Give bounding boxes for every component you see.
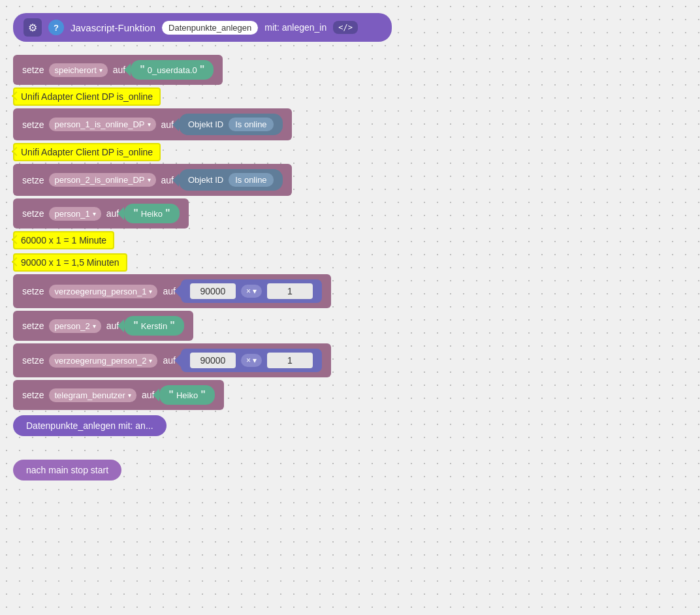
setze-label-2: setze [22,119,44,130]
var-badge-verz1[interactable]: verzoegerung_person_1 ▾ [49,285,157,298]
setze-block-person2-online: setze person_2_is_online_DP ▾ auf Objekt… [13,164,687,196]
setze-block-verz2: setze verzoegerung_person_2 ▾ auf 90000 … [13,343,687,377]
func-call-block[interactable]: Datenpunkte_anlegen mit: an... [13,415,167,436]
setze-label-1: setze [22,65,44,75]
var-badge-person2[interactable]: person_2 ▾ [49,319,101,333]
objekt-block-1[interactable]: Objekt ID Is online [179,114,283,135]
comment-block-3: 60000 x 1 = 1 Minute [13,231,114,249]
objekt-badge-2: Is online [229,173,273,187]
function-name-badge: Datenpunkte_anlegen [162,21,258,35]
gear-icon[interactable]: ⚙ [24,18,42,37]
math-block-2[interactable]: 90000 × ▾ 1 [181,349,322,372]
num-input-3[interactable]: 90000 [190,353,236,368]
num-input-2[interactable]: 1 [267,283,313,299]
setze-block-speicherort: setze speicherort ▾ auf " 0_userdata.0 " [13,55,687,85]
var-badge-verz2[interactable]: verzoegerung_person_2 ▾ [49,354,157,368]
header-prefix: Javascript-Funktion [71,22,155,33]
num-input-4[interactable]: 1 [267,353,313,368]
objekt-block-2[interactable]: Objekt ID Is online [179,169,283,191]
var-badge-telegram[interactable]: telegram_benutzer ▾ [49,388,136,402]
num-input-1[interactable]: 90000 [190,283,236,299]
value-block-kerstin[interactable]: " Kerstin " [124,316,184,336]
value-block-heiko2[interactable]: " Heiko " [159,385,214,405]
value-block-userdata[interactable]: " 0_userdata.0 " [131,60,214,80]
value-block-heiko[interactable]: " Heiko " [124,204,179,223]
setze-block-person1: setze person_1 ▾ auf " Heiko " [13,198,687,229]
math-block-1[interactable]: 90000 × ▾ 1 [181,279,322,303]
nav-block[interactable]: nach main stop start [13,460,121,481]
setze-label-3: setze [22,175,44,185]
comment-block-2: Unifi Adapter Client DP is_online [13,143,161,161]
setze-block-person1-online: setze person_1_is_online_DP ▾ auf Objekt… [13,108,687,140]
help-icon[interactable]: ? [48,20,64,35]
dropdown-arrow-2: ▾ [148,121,151,128]
comment-block-1: Unifi Adapter Client DP is_online [13,87,161,106]
var-badge-speicherort[interactable]: speicherort ▾ [49,63,107,77]
code-badge[interactable]: </> [333,21,358,34]
op-badge-1[interactable]: × ▾ [241,285,262,298]
dropdown-arrow-3: ▾ [148,176,151,183]
var-badge-person1-online[interactable]: person_1_is_online_DP ▾ [49,118,155,131]
setze-block-person2: setze person_2 ▾ auf " Kerstin " [13,311,687,341]
var-badge-person2-online[interactable]: person_2_is_online_DP ▾ [49,173,155,187]
op-badge-2[interactable]: × ▾ [241,354,262,367]
mit-text: mit: anlegen_in [264,22,326,33]
objekt-badge-1: Is online [229,118,273,131]
var-badge-person1[interactable]: person_1 ▾ [49,207,101,221]
setze-block-verz1: setze verzoegerung_person_1 ▾ auf 90000 … [13,274,687,308]
dropdown-arrow: ▾ [99,67,103,74]
setze-block-telegram: setze telegram_benutzer ▾ auf " Heiko " [13,380,687,410]
comment-block-4: 90000 x 1 = 1,5 Minuten [13,253,127,272]
header-bar: ⚙ ? Javascript-Funktion Datenpunkte_anle… [13,13,392,42]
